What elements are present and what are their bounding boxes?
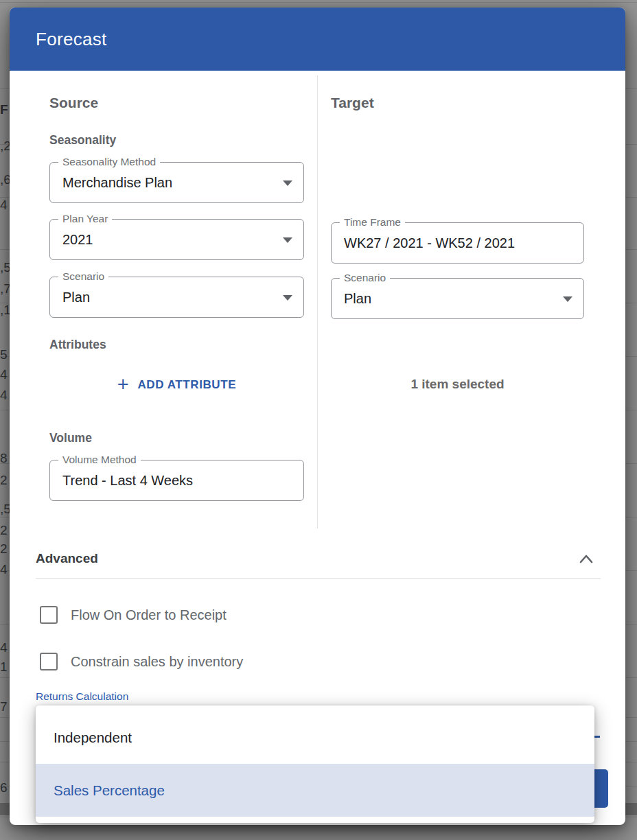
source-scenario-select[interactable]: Scenario Plan	[49, 277, 304, 318]
background-table-fragment: 4	[0, 367, 8, 382]
field-value: Plan	[344, 291, 371, 307]
checkbox-label: Constrain sales by inventory	[71, 654, 243, 670]
background-table-fragment: 4	[0, 198, 8, 213]
returns-calculation-menu: Independent Sales Percentage	[36, 705, 594, 823]
dropdown-arrow-icon	[283, 180, 292, 186]
add-attribute-label: ADD ATTRIBUTE	[137, 378, 236, 392]
field-value: Merchandise Plan	[62, 175, 172, 191]
constrain-sales-checkbox-row[interactable]: Constrain sales by inventory	[40, 652, 243, 671]
add-attribute-button[interactable]: + ADD ATTRIBUTE	[49, 373, 304, 397]
background-table-fragment: F	[0, 102, 8, 117]
source-section-heading: Source	[49, 95, 98, 111]
target-section-heading: Target	[331, 95, 374, 111]
field-label: Volume Method	[58, 454, 141, 466]
background-table-fragment: 2	[0, 541, 8, 557]
dropdown-arrow-icon	[283, 295, 292, 301]
background-table-fragment: 2	[0, 473, 8, 488]
background-table-fragment: 1	[0, 660, 8, 675]
forecast-dialog: Forecast Source Target Seasonality Seaso…	[10, 8, 625, 825]
background-table-fragment: 4	[0, 562, 8, 577]
advanced-collapse-button[interactable]	[577, 550, 596, 569]
field-value: WK27 / 2021 - WK52 / 2021	[344, 235, 515, 251]
background-table-fragment: 4	[0, 640, 8, 655]
field-label: Time Frame	[340, 216, 405, 229]
background-table-fragment: 7	[0, 699, 8, 714]
volume-heading: Volume	[49, 431, 92, 445]
field-value: Trend - Last 4 Weeks	[62, 473, 193, 489]
column-divider	[317, 75, 318, 528]
checkbox-label: Flow On Order to Receipt	[71, 607, 227, 623]
dropdown-arrow-icon	[283, 237, 292, 243]
attributes-heading: Attributes	[49, 338, 106, 352]
dropdown-arrow-icon	[563, 296, 572, 302]
background-table-fragment: 4	[0, 388, 8, 403]
background-table-row-line	[0, 2, 637, 3]
field-value: 2021	[62, 232, 93, 248]
returns-calculation-label: Returns Calculation	[36, 690, 128, 703]
menu-option-independent[interactable]: Independent	[36, 711, 594, 764]
flow-on-order-checkbox-row[interactable]: Flow On Order to Receipt	[40, 605, 227, 625]
chevron-up-icon	[577, 550, 596, 569]
selection-status: 1 item selected	[331, 377, 584, 392]
constrain-sales-checkbox[interactable]	[40, 653, 58, 670]
background-table-fragment: 5	[0, 347, 8, 362]
flow-on-order-checkbox[interactable]	[40, 606, 58, 624]
time-frame-field[interactable]: Time Frame WK27 / 2021 - WK52 / 2021	[331, 222, 584, 264]
field-label: Seasonality Method	[58, 156, 160, 168]
dialog-header: Forecast	[10, 8, 625, 71]
plus-icon: +	[117, 375, 130, 394]
field-label: Plan Year	[58, 213, 112, 225]
field-label: Scenario	[58, 270, 108, 283]
menu-option-sales-percentage[interactable]: Sales Percentage	[36, 764, 594, 817]
seasonality-heading: Seasonality	[49, 133, 116, 148]
advanced-divider	[36, 578, 601, 579]
advanced-heading: Advanced	[36, 551, 98, 566]
field-value: Plan	[62, 290, 90, 305]
field-label: Scenario	[340, 272, 390, 284]
background-table-fragment: 2	[0, 523, 8, 538]
dialog-title: Forecast	[36, 29, 107, 50]
plan-year-select[interactable]: Plan Year 2021	[49, 219, 304, 260]
background-table-fragment: 6	[0, 780, 8, 795]
background-table-fragment: 8	[0, 451, 8, 466]
volume-method-field[interactable]: Volume Method Trend - Last 4 Weeks	[49, 460, 304, 501]
seasonality-method-select[interactable]: Seasonality Method Merchandise Plan	[49, 162, 304, 203]
target-scenario-select[interactable]: Scenario Plan	[331, 278, 584, 319]
